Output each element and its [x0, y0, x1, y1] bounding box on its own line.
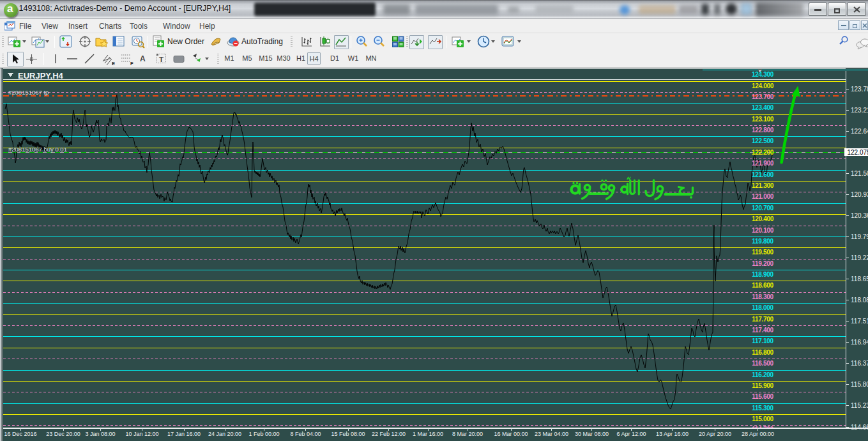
- svg-text:121.000: 121.000: [752, 193, 774, 200]
- svg-text:116.800: 116.800: [752, 349, 773, 356]
- svg-text:10 Jan 12:00: 10 Jan 12:00: [125, 431, 158, 437]
- svg-text:28 Apr 00:00: 28 Apr 00:00: [742, 431, 774, 437]
- svg-text:F: F: [130, 61, 133, 66]
- svg-text:22 Feb 12:00: 22 Feb 12:00: [372, 431, 406, 437]
- svg-text:119.225: 119.225: [851, 254, 868, 261]
- svg-text:8 Feb 04:00: 8 Feb 04:00: [290, 431, 321, 437]
- svg-text:123.400: 123.400: [752, 104, 774, 111]
- svg-text:122.200: 122.200: [752, 149, 774, 156]
- svg-text:122.800: 122.800: [752, 127, 774, 134]
- svg-text:23 Mar 04:00: 23 Mar 04:00: [535, 431, 568, 437]
- svg-text:115.600: 115.600: [752, 393, 773, 400]
- svg-text:121.505: 121.505: [851, 170, 868, 177]
- svg-text:117.100: 117.100: [752, 337, 773, 344]
- svg-text:23 Dec 20:00: 23 Dec 20:00: [46, 431, 80, 437]
- svg-text:124.300: 124.300: [752, 71, 774, 78]
- svg-text:E: E: [112, 61, 115, 66]
- svg-text:123.700: 123.700: [752, 93, 774, 100]
- svg-text:24 Jan 20:00: 24 Jan 20:00: [208, 431, 241, 437]
- svg-text:124.000: 124.000: [752, 82, 774, 89]
- svg-text:20 Apr 20:00: 20 Apr 20:00: [699, 431, 731, 437]
- svg-text:116.375: 116.375: [851, 360, 868, 367]
- svg-text:121.600: 121.600: [752, 171, 774, 178]
- svg-text:T: T: [159, 56, 164, 63]
- svg-text:1 Mar 16:00: 1 Mar 16:00: [413, 431, 443, 437]
- svg-text:123.785: 123.785: [851, 86, 868, 93]
- svg-text:122.500: 122.500: [752, 137, 774, 144]
- svg-text:116.500: 116.500: [752, 360, 773, 367]
- svg-text:117.515: 117.515: [851, 318, 868, 325]
- svg-text:122.645: 122.645: [851, 128, 868, 135]
- svg-text:120.365: 120.365: [851, 212, 868, 219]
- svg-text:16 Dec 2016: 16 Dec 2016: [4, 431, 36, 437]
- svg-text:3 Jan 08:00: 3 Jan 08:00: [85, 431, 115, 437]
- svg-text:115.000: 115.000: [752, 415, 773, 422]
- svg-text:30 Mar 08:00: 30 Mar 08:00: [575, 431, 609, 437]
- svg-text:116.945: 116.945: [851, 339, 868, 346]
- svg-text:119.500: 119.500: [752, 249, 773, 256]
- svg-text:118.900: 118.900: [752, 271, 773, 278]
- svg-text:118.000: 118.000: [752, 304, 773, 311]
- svg-text:123.100: 123.100: [752, 116, 774, 123]
- svg-text:119.795: 119.795: [851, 233, 868, 240]
- svg-text:117.400: 117.400: [752, 327, 773, 334]
- svg-text:EURJPY,H4: EURJPY,H4: [18, 71, 64, 81]
- svg-text:117.700: 117.700: [752, 316, 773, 323]
- svg-text:16 Mar 00:00: 16 Mar 00:00: [494, 431, 528, 437]
- svg-text:118.655: 118.655: [851, 275, 868, 282]
- svg-text:17 Jan 16:00: 17 Jan 16:00: [167, 431, 201, 437]
- svg-text:6 Apr 12:00: 6 Apr 12:00: [616, 431, 646, 437]
- svg-text:120.700: 120.700: [752, 205, 774, 212]
- svg-text:120.400: 120.400: [752, 215, 774, 222]
- svg-text:115.900: 115.900: [752, 382, 773, 389]
- svg-text:#208151067 buy 0.01: #208151067 buy 0.01: [8, 146, 67, 153]
- svg-text:1 Feb 00:00: 1 Feb 00:00: [248, 431, 279, 437]
- svg-text:121.300: 121.300: [752, 182, 774, 189]
- svg-text:120.935: 120.935: [851, 191, 868, 198]
- svg-text:114.665: 114.665: [851, 424, 868, 431]
- svg-text:115.300: 115.300: [752, 405, 773, 412]
- svg-text:122.075: 122.075: [848, 149, 868, 156]
- svg-text:115.805: 115.805: [851, 381, 868, 388]
- svg-text:115.235: 115.235: [851, 402, 868, 409]
- svg-text:123.215: 123.215: [851, 107, 868, 114]
- svg-text:119.200: 119.200: [752, 260, 773, 267]
- svg-text:118.300: 118.300: [752, 293, 773, 300]
- svg-text:15 Feb 08:00: 15 Feb 08:00: [331, 431, 365, 437]
- svg-text:118.085: 118.085: [851, 297, 868, 304]
- svg-text:118.600: 118.600: [752, 282, 773, 289]
- svg-text:121.900: 121.900: [752, 160, 774, 167]
- svg-text:119.800: 119.800: [752, 238, 773, 245]
- svg-text:120.100: 120.100: [752, 227, 774, 234]
- svg-text:#208151067 tp: #208151067 tp: [8, 89, 49, 96]
- svg-text:8 Mar 20:00: 8 Mar 20:00: [452, 431, 483, 437]
- svg-text:13 Apr 16:00: 13 Apr 16:00: [656, 431, 689, 437]
- svg-text:116.200: 116.200: [752, 371, 773, 378]
